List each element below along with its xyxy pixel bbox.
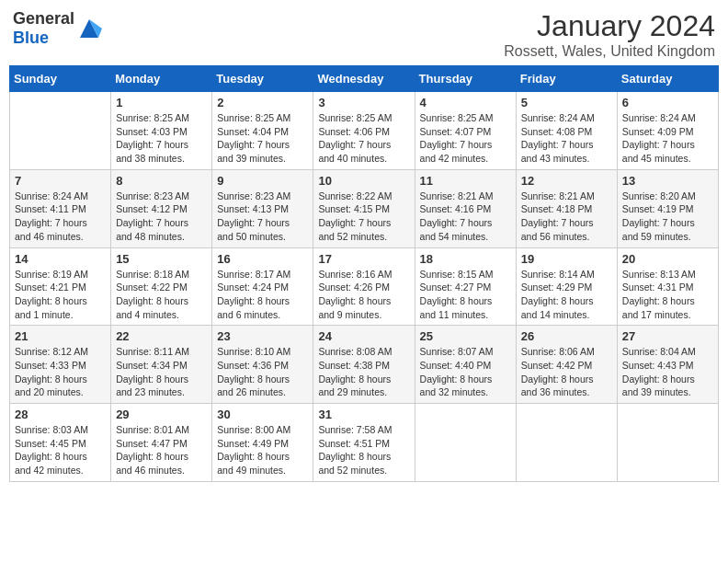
day-info: Sunrise: 8:17 AMSunset: 4:24 PMDaylight:… — [217, 268, 308, 322]
day-cell: 11Sunrise: 8:21 AMSunset: 4:16 PMDayligh… — [415, 169, 516, 247]
day-cell: 14Sunrise: 8:19 AMSunset: 4:21 PMDayligh… — [10, 247, 111, 326]
page-header: General Blue January 2024 Rossett, Wales… — [9, 9, 719, 60]
day-cell: 6Sunrise: 8:24 AMSunset: 4:09 PMDaylight… — [617, 92, 718, 170]
day-cell: 27Sunrise: 8:04 AMSunset: 4:43 PMDayligh… — [617, 326, 718, 404]
day-cell: 4Sunrise: 8:25 AMSunset: 4:07 PMDaylight… — [415, 92, 516, 170]
day-number: 18 — [420, 252, 511, 266]
column-header-wednesday: Wednesday — [313, 66, 415, 92]
day-number: 9 — [217, 174, 308, 188]
day-number: 29 — [116, 408, 207, 421]
logo: General Blue — [13, 9, 102, 48]
column-header-tuesday: Tuesday — [212, 66, 313, 92]
day-number: 3 — [318, 96, 409, 109]
day-number: 26 — [521, 329, 612, 343]
day-cell — [10, 92, 111, 170]
day-info: Sunrise: 8:13 AMSunset: 4:31 PMDaylight:… — [622, 268, 713, 322]
day-info: Sunrise: 8:14 AMSunset: 4:29 PMDaylight:… — [521, 268, 612, 322]
column-header-row: SundayMondayTuesdayWednesdayThursdayFrid… — [10, 66, 719, 92]
day-cell: 30Sunrise: 8:00 AMSunset: 4:49 PMDayligh… — [212, 404, 313, 482]
day-cell: 9Sunrise: 8:23 AMSunset: 4:13 PMDaylight… — [212, 169, 313, 247]
column-header-saturday: Saturday — [617, 66, 718, 92]
day-cell: 25Sunrise: 8:07 AMSunset: 4:40 PMDayligh… — [415, 326, 516, 404]
day-info: Sunrise: 8:23 AMSunset: 4:13 PMDaylight:… — [217, 190, 308, 244]
week-row-4: 21Sunrise: 8:12 AMSunset: 4:33 PMDayligh… — [10, 326, 719, 404]
day-number: 6 — [622, 96, 713, 109]
day-cell: 29Sunrise: 8:01 AMSunset: 4:47 PMDayligh… — [111, 404, 212, 482]
day-info: Sunrise: 8:10 AMSunset: 4:36 PMDaylight:… — [217, 345, 308, 399]
day-number: 23 — [217, 329, 308, 343]
day-info: Sunrise: 8:24 AMSunset: 4:11 PMDaylight:… — [15, 190, 106, 244]
day-number: 21 — [15, 329, 106, 343]
day-cell: 31Sunrise: 7:58 AMSunset: 4:51 PMDayligh… — [313, 404, 415, 482]
day-number: 5 — [521, 96, 612, 109]
day-cell: 10Sunrise: 8:22 AMSunset: 4:15 PMDayligh… — [313, 169, 415, 247]
day-info: Sunrise: 8:21 AMSunset: 4:16 PMDaylight:… — [420, 190, 511, 244]
logo-blue: Blue — [13, 29, 49, 47]
column-header-friday: Friday — [516, 66, 617, 92]
day-cell: 13Sunrise: 8:20 AMSunset: 4:19 PMDayligh… — [617, 169, 718, 247]
day-number: 13 — [622, 174, 713, 188]
day-number: 2 — [217, 96, 308, 109]
day-cell: 5Sunrise: 8:24 AMSunset: 4:08 PMDaylight… — [516, 92, 617, 170]
day-number: 31 — [318, 408, 409, 421]
day-info: Sunrise: 8:18 AMSunset: 4:22 PMDaylight:… — [116, 268, 207, 322]
day-number: 14 — [15, 252, 106, 266]
day-info: Sunrise: 8:25 AMSunset: 4:04 PMDaylight:… — [217, 111, 308, 166]
day-cell: 26Sunrise: 8:06 AMSunset: 4:42 PMDayligh… — [516, 326, 617, 404]
day-cell: 21Sunrise: 8:12 AMSunset: 4:33 PMDayligh… — [10, 326, 111, 404]
day-number: 10 — [318, 174, 409, 188]
day-info: Sunrise: 8:06 AMSunset: 4:42 PMDaylight:… — [521, 345, 612, 399]
day-info: Sunrise: 8:21 AMSunset: 4:18 PMDaylight:… — [521, 190, 612, 244]
day-cell: 7Sunrise: 8:24 AMSunset: 4:11 PMDaylight… — [10, 169, 111, 247]
logo-icon — [76, 16, 102, 41]
column-header-monday: Monday — [111, 66, 212, 92]
day-cell: 18Sunrise: 8:15 AMSunset: 4:27 PMDayligh… — [415, 247, 516, 326]
day-number: 24 — [318, 329, 409, 343]
week-row-5: 28Sunrise: 8:03 AMSunset: 4:45 PMDayligh… — [10, 404, 719, 482]
day-info: Sunrise: 8:08 AMSunset: 4:38 PMDaylight:… — [318, 345, 409, 399]
day-info: Sunrise: 8:25 AMSunset: 4:06 PMDaylight:… — [318, 111, 409, 166]
logo-general: General — [13, 9, 74, 28]
day-info: Sunrise: 8:01 AMSunset: 4:47 PMDaylight:… — [116, 423, 207, 477]
day-number: 17 — [318, 252, 409, 266]
day-cell: 19Sunrise: 8:14 AMSunset: 4:29 PMDayligh… — [516, 247, 617, 326]
day-info: Sunrise: 8:07 AMSunset: 4:40 PMDaylight:… — [420, 345, 511, 399]
day-info: Sunrise: 8:24 AMSunset: 4:09 PMDaylight:… — [622, 111, 713, 166]
day-info: Sunrise: 8:12 AMSunset: 4:33 PMDaylight:… — [15, 345, 106, 399]
day-info: Sunrise: 8:22 AMSunset: 4:15 PMDaylight:… — [318, 190, 409, 244]
day-number: 8 — [116, 174, 207, 188]
day-number: 27 — [622, 329, 713, 343]
week-row-2: 7Sunrise: 8:24 AMSunset: 4:11 PMDaylight… — [10, 169, 719, 247]
main-title: January 2024 — [504, 9, 715, 43]
week-row-3: 14Sunrise: 8:19 AMSunset: 4:21 PMDayligh… — [10, 247, 719, 326]
day-info: Sunrise: 8:25 AMSunset: 4:07 PMDaylight:… — [420, 111, 511, 166]
day-number: 28 — [15, 408, 106, 421]
day-number: 1 — [116, 96, 207, 109]
day-number: 20 — [622, 252, 713, 266]
day-cell: 1Sunrise: 8:25 AMSunset: 4:03 PMDaylight… — [111, 92, 212, 170]
day-cell: 28Sunrise: 8:03 AMSunset: 4:45 PMDayligh… — [10, 404, 111, 482]
day-cell: 23Sunrise: 8:10 AMSunset: 4:36 PMDayligh… — [212, 326, 313, 404]
day-info: Sunrise: 8:25 AMSunset: 4:03 PMDaylight:… — [116, 111, 207, 166]
day-cell: 22Sunrise: 8:11 AMSunset: 4:34 PMDayligh… — [111, 326, 212, 404]
day-info: Sunrise: 7:58 AMSunset: 4:51 PMDaylight:… — [318, 423, 409, 477]
day-info: Sunrise: 8:16 AMSunset: 4:26 PMDaylight:… — [318, 268, 409, 322]
day-info: Sunrise: 8:04 AMSunset: 4:43 PMDaylight:… — [622, 345, 713, 399]
day-number: 19 — [521, 252, 612, 266]
day-cell: 24Sunrise: 8:08 AMSunset: 4:38 PMDayligh… — [313, 326, 415, 404]
day-cell: 2Sunrise: 8:25 AMSunset: 4:04 PMDaylight… — [212, 92, 313, 170]
day-number: 30 — [217, 408, 308, 421]
day-number: 16 — [217, 252, 308, 266]
day-number: 12 — [521, 174, 612, 188]
day-cell: 16Sunrise: 8:17 AMSunset: 4:24 PMDayligh… — [212, 247, 313, 326]
day-info: Sunrise: 8:03 AMSunset: 4:45 PMDaylight:… — [15, 423, 106, 477]
day-info: Sunrise: 8:20 AMSunset: 4:19 PMDaylight:… — [622, 190, 713, 244]
day-cell — [415, 404, 516, 482]
calendar-table: SundayMondayTuesdayWednesdayThursdayFrid… — [9, 65, 719, 482]
column-header-sunday: Sunday — [10, 66, 111, 92]
day-info: Sunrise: 8:23 AMSunset: 4:12 PMDaylight:… — [116, 190, 207, 244]
day-info: Sunrise: 8:00 AMSunset: 4:49 PMDaylight:… — [217, 423, 308, 477]
day-cell: 15Sunrise: 8:18 AMSunset: 4:22 PMDayligh… — [111, 247, 212, 326]
subtitle: Rossett, Wales, United Kingdom — [504, 43, 715, 60]
day-cell: 17Sunrise: 8:16 AMSunset: 4:26 PMDayligh… — [313, 247, 415, 326]
